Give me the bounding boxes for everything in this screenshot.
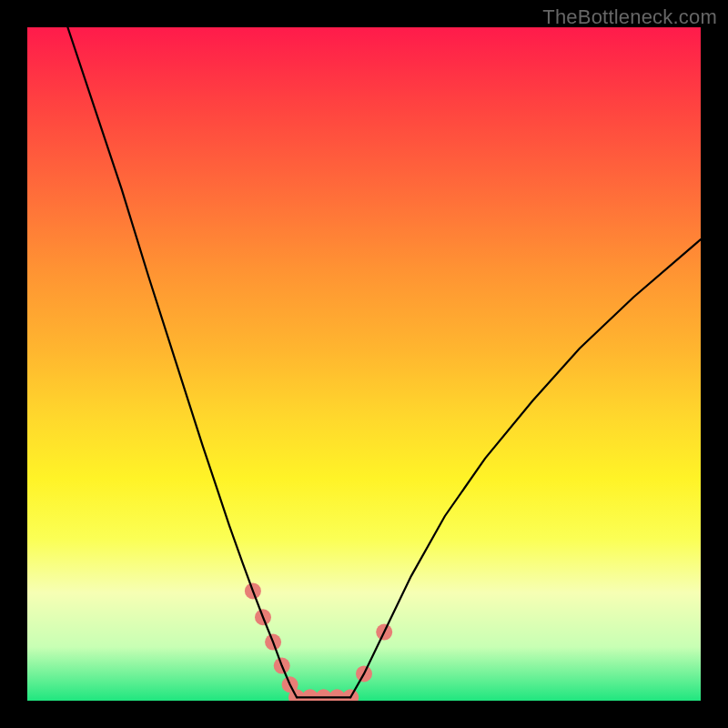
highlight-dot bbox=[342, 689, 359, 701]
curve-right-curve bbox=[350, 239, 701, 697]
watermark-text: TheBottleneck.com bbox=[542, 5, 717, 29]
chart-plot-area bbox=[27, 27, 701, 701]
chart-frame: TheBottleneck.com bbox=[0, 0, 728, 728]
curve-left-curve bbox=[67, 27, 297, 697]
curve-layer bbox=[27, 27, 701, 701]
